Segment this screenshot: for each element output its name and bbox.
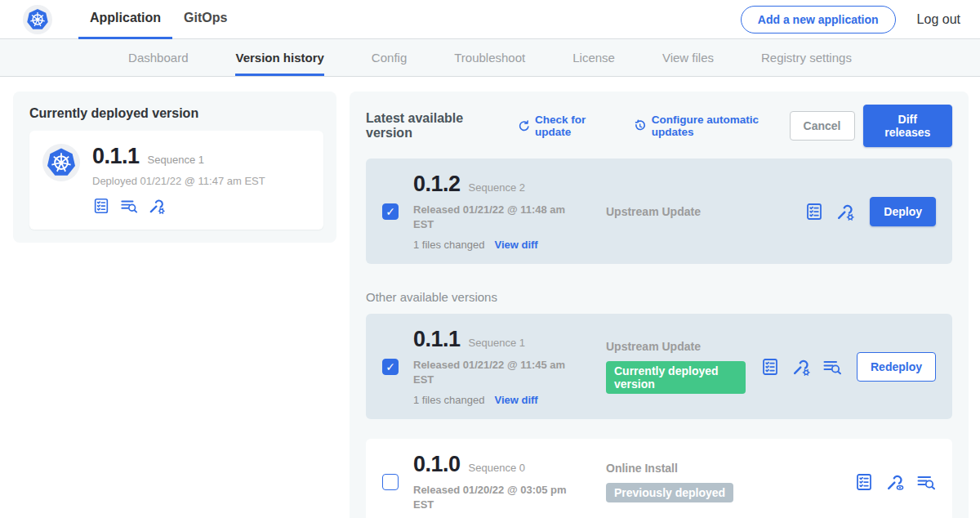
deployed-sequence: Sequence 1: [148, 154, 204, 166]
version-history-panel: Latest available version Check for updat…: [350, 92, 969, 518]
other-versions-title: Other available versions: [366, 290, 952, 304]
released-timestamp: Released 01/21/22 @ 11:45 am EST: [413, 358, 573, 386]
version-row-0-1-1: ✓ 0.1.1 Sequence 1 Released 01/21/22 @ 1…: [366, 314, 952, 419]
deploy-logs-icon[interactable]: [120, 197, 138, 215]
check-for-update-link[interactable]: Check for update: [518, 114, 617, 138]
preflight-checklist-icon[interactable]: [92, 197, 110, 215]
deployed-panel-title: Currently deployed version: [29, 106, 323, 121]
deploy-logs-icon[interactable]: [822, 357, 842, 377]
deployed-version-card: 0.1.1 Sequence 1 Deployed 01/21/22 @ 11:…: [29, 131, 323, 230]
subtab-version-history[interactable]: Version history: [235, 39, 323, 76]
preflight-checklist-icon[interactable]: [804, 202, 824, 221]
redeploy-button[interactable]: Redeploy: [857, 352, 936, 382]
preflight-checklist-icon[interactable]: [760, 357, 780, 377]
schedule-icon: [634, 119, 646, 133]
files-changed: 1 files changed: [413, 394, 484, 406]
latest-available-title: Latest available version: [366, 111, 500, 141]
app-tabs: Application GitOps: [78, 0, 238, 39]
edit-config-icon[interactable]: [148, 197, 166, 215]
kubernetes-app-icon: [42, 144, 80, 181]
version-sequence: Sequence 2: [469, 181, 525, 194]
deploy-button[interactable]: Deploy: [870, 197, 936, 226]
version-checkbox[interactable]: ✓: [382, 359, 399, 375]
logout-button[interactable]: Log out: [917, 12, 960, 27]
version-row-0-1-0: 0.1.0 Sequence 0 Released 01/20/22 @ 03:…: [366, 439, 952, 518]
released-timestamp: Released 01/21/22 @ 11:48 am EST: [413, 203, 573, 231]
version-number: 0.1.1: [413, 327, 461, 352]
version-source: Online Install: [606, 462, 840, 475]
version-number: 0.1.0: [413, 452, 461, 477]
kubernetes-logo: [23, 5, 52, 34]
version-checkbox[interactable]: ✓: [382, 203, 399, 220]
view-diff-link[interactable]: View diff: [494, 394, 537, 406]
top-nav: Application GitOps Add a new application…: [0, 0, 980, 39]
subtab-registry-settings[interactable]: Registry settings: [761, 39, 852, 76]
subtab-dashboard[interactable]: Dashboard: [128, 39, 188, 76]
edit-config-icon[interactable]: [791, 357, 811, 377]
version-source: Upstream Update: [606, 205, 790, 218]
tab-application[interactable]: Application: [78, 0, 172, 39]
add-new-application-button[interactable]: Add a new application: [741, 6, 896, 33]
version-source: Upstream Update: [606, 340, 746, 353]
diff-releases-button[interactable]: Diff releases: [863, 105, 952, 147]
version-sequence: Sequence 1: [469, 337, 525, 349]
version-number: 0.1.2: [413, 172, 461, 197]
main-content: Currently deployed version 0.1: [0, 77, 980, 518]
edit-config-icon[interactable]: [835, 202, 855, 221]
subtab-config[interactable]: Config: [372, 39, 407, 76]
configure-automatic-updates-link[interactable]: Configure automatic updates: [634, 114, 789, 138]
check-icon: ✓: [385, 360, 395, 373]
files-changed: 1 files changed: [413, 239, 484, 251]
previously-deployed-badge: Previously deployed: [606, 483, 733, 502]
subtab-troubleshoot[interactable]: Troubleshoot: [454, 39, 525, 76]
currently-deployed-panel: Currently deployed version 0.1: [13, 92, 336, 243]
view-config-icon[interactable]: [885, 472, 905, 492]
version-sequence: Sequence 0: [469, 462, 525, 474]
cancel-button[interactable]: Cancel: [790, 111, 855, 141]
tab-gitops[interactable]: GitOps: [172, 0, 238, 39]
deployed-version-number: 0.1.1: [92, 144, 140, 169]
deploy-logs-icon[interactable]: [916, 472, 936, 492]
preflight-checklist-icon[interactable]: [854, 472, 874, 492]
subtab-license[interactable]: License: [572, 39, 615, 76]
currently-deployed-badge: Currently deployed version: [606, 361, 746, 394]
view-diff-link[interactable]: View diff: [494, 239, 537, 251]
version-row-0-1-2: ✓ 0.1.2 Sequence 2 Released 01/21/22 @ 1…: [366, 159, 952, 264]
app-sub-nav: Dashboard Version history Config Trouble…: [0, 39, 980, 77]
subtab-view-files[interactable]: View files: [662, 39, 714, 76]
check-icon: ✓: [385, 205, 395, 218]
released-timestamp: Released 01/20/22 @ 03:05 pm EST: [413, 483, 573, 511]
deployed-timestamp: Deployed 01/21/22 @ 11:47 am EST: [92, 175, 265, 187]
version-checkbox[interactable]: [382, 474, 399, 490]
refresh-icon: [518, 119, 530, 133]
